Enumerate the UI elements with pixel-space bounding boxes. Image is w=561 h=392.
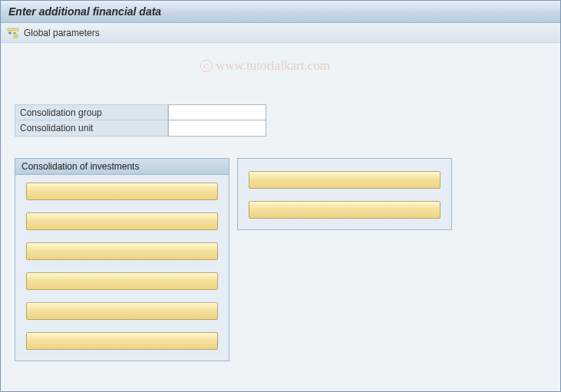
investment-button-6[interactable] <box>26 332 218 350</box>
consolidation-group-label: Consolidation group <box>15 104 168 120</box>
window-title: Enter additional financial data <box>8 5 161 18</box>
investment-button-3[interactable] <box>26 242 218 260</box>
content-area: C www.tutorialkart.com Consolidation gro… <box>1 43 560 391</box>
field-row-consolidation-group: Consolidation group <box>15 104 560 120</box>
app-window: Enter additional financial data Global p… <box>0 0 561 392</box>
consolidation-group-input[interactable] <box>168 104 266 120</box>
group-right <box>237 158 452 230</box>
svg-rect-0 <box>8 28 18 31</box>
svg-rect-1 <box>14 35 18 38</box>
consolidation-unit-input[interactable] <box>168 120 266 137</box>
toolbar: Global parameters <box>1 23 560 43</box>
group-header-left: Consolidation of investments <box>15 159 229 175</box>
field-row-consolidation-unit: Consolidation unit <box>15 120 560 137</box>
group-consolidation-investments: Consolidation of investments <box>15 158 229 361</box>
global-parameters-label[interactable]: Global parameters <box>24 28 100 38</box>
right-button-1[interactable] <box>249 171 441 189</box>
consolidation-unit-label: Consolidation unit <box>15 120 168 137</box>
groups-row: Consolidation of investments <box>1 158 560 361</box>
investment-button-2[interactable] <box>26 212 218 230</box>
investment-button-1[interactable] <box>26 183 218 200</box>
investment-button-5[interactable] <box>26 302 218 320</box>
right-button-2[interactable] <box>249 201 441 219</box>
form-area: Consolidation group Consolidation unit <box>1 43 560 137</box>
title-bar: Enter additional financial data <box>1 1 560 23</box>
investment-button-4[interactable] <box>26 272 218 290</box>
global-parameters-icon[interactable] <box>7 27 19 39</box>
